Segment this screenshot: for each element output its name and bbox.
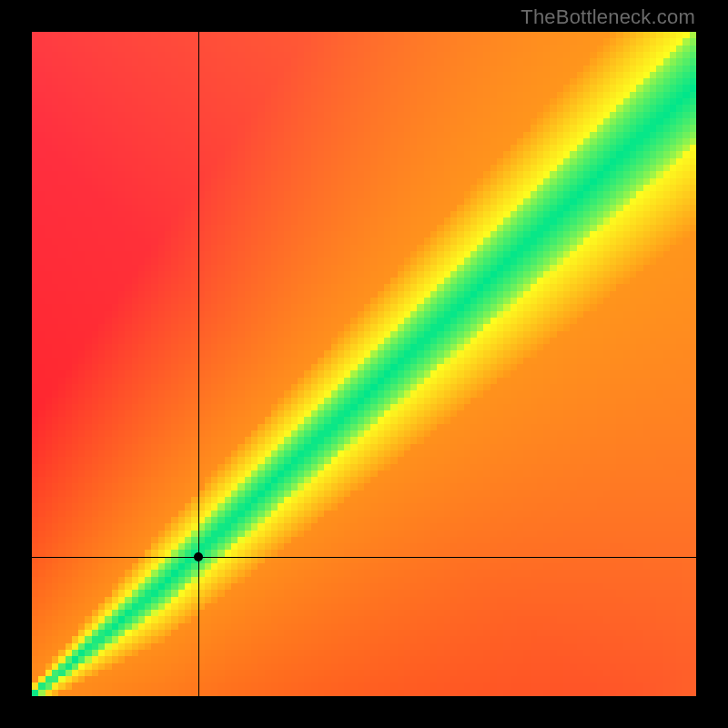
data-point-marker: [194, 552, 203, 561]
crosshair-horizontal: [32, 557, 696, 558]
watermark-text: TheBottleneck.com: [521, 5, 695, 29]
crosshair-vertical: [198, 32, 199, 696]
heatmap-canvas: [32, 32, 696, 696]
chart-frame: TheBottleneck.com: [0, 0, 728, 728]
plot-area: [32, 32, 696, 696]
